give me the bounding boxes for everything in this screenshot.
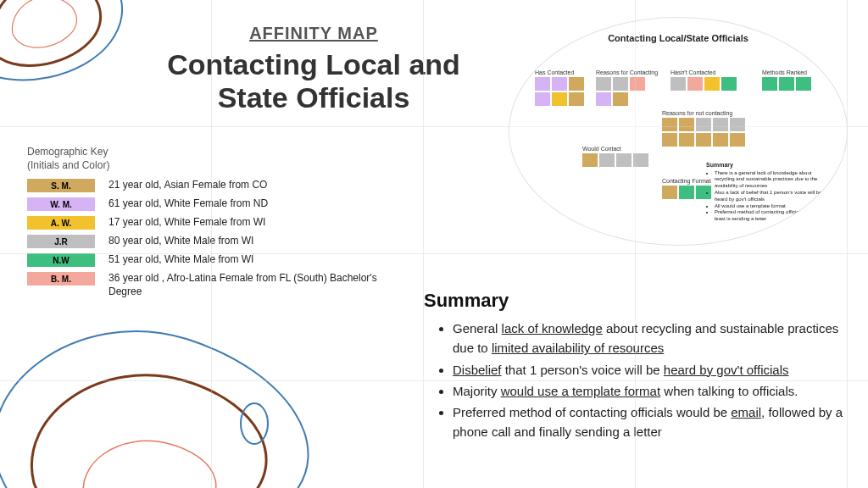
sticky-note	[613, 77, 628, 91]
sticky-note	[596, 92, 611, 106]
sticky-note	[679, 186, 694, 199]
key-label-line: Demographic Key	[27, 146, 108, 158]
sticky-note	[721, 77, 737, 91]
demographic-description: 61 year old, White Female from ND	[108, 197, 392, 211]
demographic-key-row: J.R80 year old, White Male from WI	[27, 235, 392, 248]
demographic-key-row: N.W51 year old, White Male from WI	[27, 253, 392, 267]
sticky-note	[662, 118, 677, 131]
demographic-swatch: J.R	[27, 235, 95, 248]
sticky-note	[679, 118, 694, 131]
affinity-cluster: Reasons for Contacting	[596, 69, 648, 106]
sticky-note	[730, 133, 745, 147]
text: Preferred method of contacting officials…	[453, 405, 731, 419]
sticky-note	[696, 118, 711, 131]
decor-blob-bottom	[0, 322, 356, 488]
demographic-key: Demographic Key (Initials and Color) S. …	[27, 146, 392, 303]
sticky-note	[582, 153, 598, 167]
demographic-key-label: Demographic Key (Initials and Color)	[27, 146, 392, 172]
affinity-map-summary-item: All would use a template format	[715, 203, 825, 210]
demographic-swatch: N.W	[27, 253, 95, 267]
summary-item: Disbelief that 1 person's voice will be …	[453, 360, 848, 380]
sticky-note	[704, 77, 720, 91]
page-title: Contacting Local and State Officials	[161, 48, 466, 114]
affinity-cluster: Methods Ranked	[762, 69, 815, 91]
slide-canvas: AFFINITY MAP Contacting Local and State …	[0, 0, 868, 488]
demographic-key-row: A. W.17 year old, White Female from WI	[27, 216, 392, 230]
underlined-text: heard by gov't officials	[664, 363, 789, 377]
demographic-description: 80 year old, White Male from WI	[108, 235, 392, 248]
text: General	[453, 321, 502, 336]
sticky-note	[613, 92, 628, 106]
underlined-text: email	[731, 405, 761, 419]
demographic-key-row: B. M.36 year old , Afro-Latina Female fr…	[27, 272, 392, 298]
sticky-note	[762, 77, 777, 91]
summary-item: General lack of knowledge about recyclin…	[453, 319, 848, 358]
affinity-map-thumbnail: Contacting Local/State Officials Has Con…	[509, 17, 848, 246]
sticky-note	[796, 77, 811, 91]
sticky-note	[569, 77, 584, 91]
demographic-key-row: W. M.61 year old, White Female from ND	[27, 197, 392, 211]
affinity-map-summary-item: Also a lack of belief that 1 person's vo…	[715, 190, 825, 203]
cluster-label: Methods Ranked	[762, 69, 815, 75]
cluster-label: Reasons for not contacting	[662, 110, 755, 116]
heading-block: AFFINITY MAP Contacting Local and State …	[161, 24, 466, 114]
demographic-swatch: W. M.	[27, 197, 95, 211]
sticky-note	[662, 133, 677, 147]
cluster-label: Reasons for Contacting	[596, 69, 648, 75]
affinity-map-summary-item: Preferred method of contacting officials…	[715, 209, 825, 223]
affinity-map-summary: Summary There is a general lack of knowl…	[706, 161, 825, 223]
cluster-label: Has Contacted	[535, 69, 587, 75]
decor-blob-top	[0, 0, 153, 88]
sticky-note	[552, 77, 567, 91]
sticky-note	[730, 118, 745, 131]
summary-block: Summary General lack of knowledge about …	[424, 290, 848, 444]
summary-heading: Summary	[424, 290, 848, 312]
svg-point-0	[241, 403, 268, 444]
affinity-map-title: Contacting Local/State Officials	[535, 33, 821, 44]
overline: AFFINITY MAP	[161, 24, 466, 43]
summary-item: Majority would use a template format whe…	[453, 381, 848, 401]
affinity-cluster: Would Contact	[582, 146, 650, 167]
sticky-note	[630, 77, 645, 91]
underlined-text: lack of knowledge	[502, 321, 603, 336]
key-label-line: (Initials and Color)	[27, 159, 109, 171]
affinity-cluster: Hasn't Contacted	[670, 69, 747, 91]
demographic-swatch: A. W.	[27, 216, 95, 230]
sticky-note	[696, 133, 711, 147]
demographic-description: 36 year old , Afro-Latina Female from FL…	[108, 272, 392, 298]
sticky-note	[633, 153, 648, 167]
text: that 1 person's voice will be	[502, 363, 664, 377]
cluster-label: Hasn't Contacted	[670, 69, 747, 75]
sticky-note	[599, 153, 615, 167]
sticky-note	[596, 77, 611, 91]
sticky-note	[713, 118, 728, 131]
summary-item: Preferred method of contacting officials…	[453, 402, 848, 442]
sticky-note	[662, 186, 677, 199]
demographic-description: 17 year old, White Female from WI	[108, 216, 392, 230]
text: when talking to officials.	[660, 384, 798, 398]
demographic-description: 21 year old, Asian Female from CO	[108, 179, 392, 192]
sticky-note	[687, 77, 703, 91]
underlined-text: limited availability of resources	[492, 341, 664, 355]
affinity-map-summary-item: There is a general lack of knowledge abo…	[715, 170, 825, 190]
demographic-swatch: S. M.	[27, 179, 95, 192]
demographic-swatch: B. M.	[27, 272, 95, 286]
sticky-note	[670, 77, 686, 91]
sticky-note	[535, 77, 550, 91]
underlined-text: Disbelief	[453, 363, 502, 377]
underlined-text: would use a template format	[501, 384, 660, 398]
sticky-note	[569, 92, 584, 106]
sticky-note	[713, 133, 728, 147]
cluster-label: Would Contact	[582, 146, 650, 152]
affinity-map-summary-heading: Summary	[706, 161, 825, 169]
demographic-key-row: S. M.21 year old, Asian Female from CO	[27, 179, 392, 192]
affinity-cluster: Reasons for not contacting	[662, 110, 755, 147]
sticky-note	[535, 92, 550, 106]
affinity-cluster: Has Contacted	[535, 69, 587, 106]
demographic-description: 51 year old, White Male from WI	[108, 253, 392, 267]
sticky-note	[679, 133, 694, 147]
sticky-note	[779, 77, 794, 91]
sticky-note	[616, 153, 632, 167]
sticky-note	[552, 92, 567, 106]
text: Majority	[453, 384, 501, 398]
